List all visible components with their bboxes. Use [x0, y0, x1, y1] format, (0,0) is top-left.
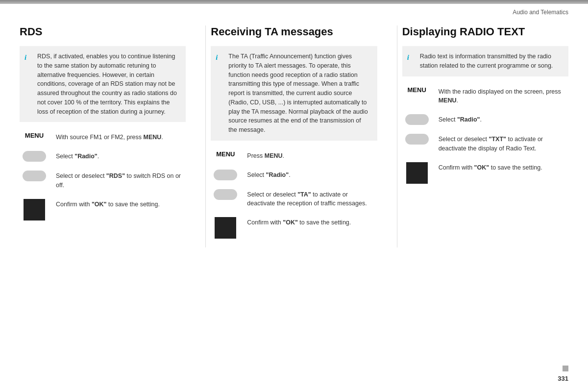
- column-radio-text: Displaying RADIO TEXT i Radio text is in…: [402, 25, 568, 247]
- radio-text-step4-icon: [402, 162, 432, 184]
- header-section-label: Audio and Telematics: [513, 9, 568, 16]
- ta-step-4: Confirm with "OK" to save the setting.: [211, 217, 377, 239]
- main-content: RDS i RDS, if activated, enables you to …: [0, 16, 588, 267]
- ta-info-text: The TA (Traffic Announcement) function g…: [228, 53, 368, 133]
- radio-text-step-1: MENU With the radio displayed on the scr…: [402, 86, 568, 106]
- radio-text-info-box: i Radio text is information transmitted …: [402, 46, 568, 76]
- header-section: Audio and Telematics: [0, 4, 588, 16]
- button-shape-rds-2: [23, 151, 46, 162]
- radio-text-step-3: Select or deselect "TXT" to activate or …: [402, 134, 568, 153]
- rds-step1-icon: MENU: [20, 132, 49, 139]
- radio-text-step3-text: Select or deselect "TXT" to activate or …: [439, 134, 568, 153]
- radio-text-menu-label-1: MENU: [408, 86, 426, 94]
- rds-step-2: Select "Radio".: [20, 151, 186, 162]
- rds-title: RDS: [20, 25, 186, 38]
- radio-text-step2-icon: [402, 114, 432, 125]
- ta-title: Receiving TA messages: [211, 25, 377, 38]
- ta-info-box: i The TA (Traffic Announcement) function…: [211, 46, 377, 141]
- rds-step-4: Confirm with "OK" to save the setting.: [20, 199, 186, 220]
- ta-step1-text: Press MENU.: [247, 150, 284, 161]
- button-shape-rt-2: [405, 114, 429, 125]
- ta-step3-text: Select or deselect "TA" to activate or d…: [247, 189, 377, 209]
- button-shape-ta-2: [214, 170, 237, 180]
- black-square-rds: [24, 199, 45, 220]
- radio-text-step1-text: With the radio displayed on the screen, …: [439, 86, 568, 106]
- rds-step2-text: Select "Radio".: [56, 151, 99, 161]
- ta-step1-icon: MENU: [211, 150, 240, 158]
- ta-step2-icon: [211, 170, 240, 180]
- radio-text-step2-text: Select "Radio".: [439, 114, 482, 124]
- info-icon-rds: i: [24, 52, 26, 63]
- column-rds: RDS i RDS, if activated, enables you to …: [20, 25, 200, 247]
- info-icon-radio-text: i: [407, 52, 409, 63]
- radio-text-step-4: Confirm with "OK" to save the setting.: [402, 162, 568, 184]
- page-square-icon: [563, 366, 568, 371]
- rds-step3-icon: [20, 171, 49, 181]
- radio-text-title: Displaying RADIO TEXT: [402, 25, 568, 38]
- column-ta: Receiving TA messages i The TA (Traffic …: [211, 25, 392, 247]
- ta-step-2: Select "Radio".: [211, 170, 377, 180]
- ta-step4-icon: [211, 217, 240, 239]
- page-footer: 331: [558, 366, 568, 382]
- ta-step-3: Select or deselect "TA" to activate or d…: [211, 189, 377, 209]
- rds-step-3: Select or deselect "RDS" to switch RDS o…: [20, 171, 186, 190]
- rds-menu-label-1: MENU: [25, 132, 44, 139]
- rds-info-text: RDS, if activated, enables you to contin…: [37, 53, 177, 115]
- radio-text-info-text: Radio text is information transmitted by…: [420, 53, 553, 69]
- rds-info-box: i RDS, if activated, enables you to cont…: [20, 46, 186, 122]
- radio-text-step1-icon: MENU: [402, 86, 432, 94]
- divider-2: [397, 25, 397, 247]
- rds-step2-icon: [20, 151, 49, 162]
- page-number: 331: [558, 375, 568, 382]
- button-shape-rds-3: [23, 171, 46, 181]
- ta-step-1: MENU Press MENU.: [211, 150, 377, 161]
- ta-step4-text: Confirm with "OK" to save the setting.: [247, 217, 351, 227]
- rds-step-1: MENU With source FM1 or FM2, press MENU.: [20, 132, 186, 142]
- button-shape-ta-3: [214, 189, 237, 200]
- ta-menu-label-1: MENU: [216, 150, 235, 158]
- ta-step2-text: Select "Radio".: [247, 170, 290, 180]
- black-square-ta: [215, 217, 236, 239]
- rds-step3-text: Select or deselect "RDS" to switch RDS o…: [56, 171, 186, 190]
- rds-step1-text: With source FM1 or FM2, press MENU.: [56, 132, 163, 142]
- info-icon-ta: i: [216, 52, 218, 63]
- radio-text-step-2: Select "Radio".: [402, 114, 568, 125]
- top-bar: [0, 0, 588, 4]
- button-shape-rt-3: [405, 134, 429, 145]
- black-square-rt: [406, 162, 428, 184]
- radio-text-step4-text: Confirm with "OK" to save the setting.: [439, 162, 542, 172]
- divider-1: [205, 25, 206, 247]
- rds-step4-text: Confirm with "OK" to save the setting.: [56, 199, 160, 209]
- radio-text-step3-icon: [402, 134, 432, 145]
- rds-step4-icon: [20, 199, 49, 220]
- ta-step3-icon: [211, 189, 240, 200]
